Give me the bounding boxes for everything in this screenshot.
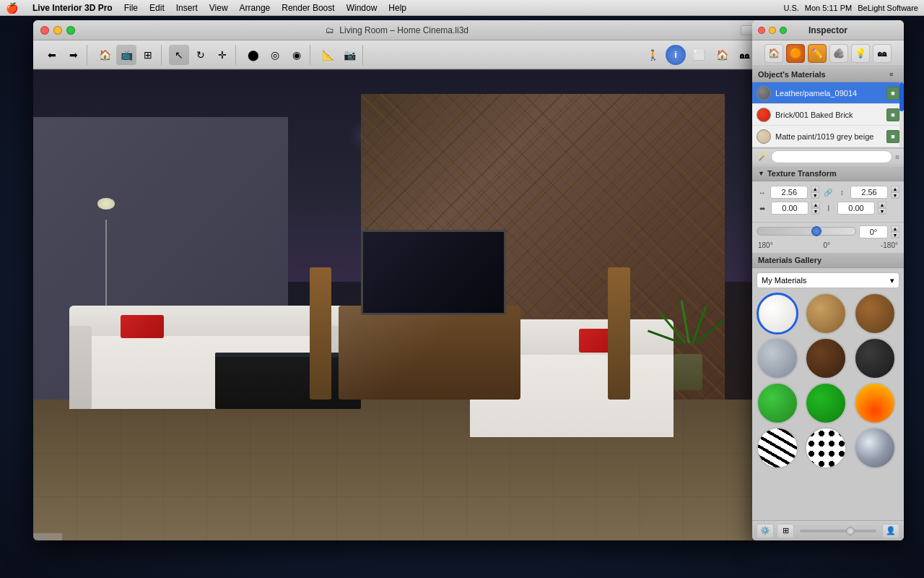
materials-search-input[interactable]: [771, 150, 892, 163]
gallery-item-3[interactable]: [757, 337, 798, 379]
gallery-item-2[interactable]: [854, 293, 896, 335]
offset-y-up[interactable]: ▲: [878, 202, 886, 208]
angle-center-label: 0°: [824, 241, 831, 249]
gallery-item-6[interactable]: [757, 382, 798, 424]
gallery-item-11[interactable]: [854, 427, 896, 469]
zoom-thumb[interactable]: [846, 527, 855, 535]
scale-h-icon: ↔: [757, 186, 767, 198]
material-icon-2: ■: [886, 130, 899, 143]
minimize-button[interactable]: [53, 26, 62, 35]
back-button[interactable]: ⬅: [42, 45, 62, 65]
grid-button[interactable]: ⊞: [777, 524, 794, 538]
offset-x-stepper[interactable]: ▲ ▼: [811, 202, 820, 215]
objects-materials-title: Object's Materials: [758, 70, 826, 79]
gallery-item-10[interactable]: [805, 427, 847, 469]
menu-render-boost[interactable]: Render Boost: [282, 3, 334, 13]
menu-file[interactable]: File: [124, 3, 138, 13]
offset-y-stepper[interactable]: ▲ ▼: [878, 202, 886, 215]
gear-button[interactable]: ⚙️: [757, 524, 774, 538]
inspector-tab-light[interactable]: 💡: [851, 44, 870, 63]
offset-x-up[interactable]: ▲: [811, 202, 820, 208]
gallery-item-9[interactable]: [757, 427, 798, 469]
angle-up[interactable]: ▲: [891, 225, 899, 232]
path-tool[interactable]: ◉: [287, 45, 307, 65]
gallery-item-1[interactable]: [805, 293, 847, 335]
scale-y-down[interactable]: ▼: [891, 192, 899, 199]
person-button[interactable]: 👤: [882, 524, 899, 538]
scale-x-up[interactable]: ▲: [811, 186, 819, 192]
point-tool[interactable]: ◎: [265, 45, 285, 65]
menu-help[interactable]: Help: [388, 3, 406, 13]
materials-scrollbar[interactable]: [899, 82, 904, 147]
inspector-tab-material[interactable]: 🪨: [829, 44, 848, 63]
offset-y-input[interactable]: 0.00: [837, 202, 875, 215]
inspector-maximize[interactable]: [780, 27, 787, 34]
move-tool[interactable]: ✛: [212, 45, 232, 65]
gallery-item-0[interactable]: [757, 293, 798, 335]
view-options-1[interactable]: ⬜: [689, 45, 709, 65]
maximize-button[interactable]: [66, 26, 75, 35]
angle-slider-track[interactable]: [757, 227, 856, 236]
gallery-item-5[interactable]: [854, 337, 896, 379]
measure-tool[interactable]: 📐: [318, 45, 338, 65]
gallery-item-7[interactable]: [805, 382, 847, 424]
inspector-bottom-toolbar: ⚙️ ⊞ 👤: [752, 520, 904, 540]
link-scale-icon[interactable]: 🔗: [822, 186, 833, 198]
texture-transform-controls: ↔ 2.56 ▲ ▼ 🔗 ↕ 2.56 ▲ ▼: [752, 181, 904, 223]
menu-app[interactable]: Live Interior 3D Pro: [32, 3, 113, 13]
inspector-minimize[interactable]: [769, 27, 776, 34]
zoom-slider[interactable]: [800, 530, 876, 532]
gallery-section-header: Materials Gallery: [752, 252, 904, 268]
offset-x-down[interactable]: ▼: [811, 208, 820, 215]
floor-plan-button[interactable]: 🏠: [95, 45, 115, 65]
room-render: [33, 70, 761, 540]
scale-x-input[interactable]: 2.56: [770, 186, 808, 199]
forward-button[interactable]: ➡: [64, 45, 84, 65]
walkthrough-button[interactable]: 🚶: [642, 45, 663, 65]
close-button[interactable]: [40, 26, 49, 35]
inspector-tab-home[interactable]: 🏠: [764, 44, 783, 63]
angle-slider-thumb[interactable]: [811, 226, 821, 236]
window-title: 🗂 Living Room – Home Cinema.li3d: [326, 25, 468, 35]
offset-y-down[interactable]: ▼: [878, 208, 886, 215]
apple-menu[interactable]: 🍎: [6, 2, 18, 14]
materials-search-bar: 🪄 ≡: [752, 148, 904, 165]
menu-view[interactable]: View: [209, 3, 228, 13]
camera-tool[interactable]: 📷: [339, 45, 359, 65]
menu-window[interactable]: Window: [346, 3, 378, 13]
angle-input[interactable]: 0°: [859, 225, 888, 238]
info-button[interactable]: i: [666, 45, 686, 65]
rotate-tool[interactable]: ↻: [191, 45, 211, 65]
scale-x-stepper[interactable]: ▲ ▼: [811, 186, 819, 199]
scale-y-up[interactable]: ▲: [891, 186, 899, 192]
menu-insert[interactable]: Insert: [176, 3, 198, 13]
inspector-tab-object[interactable]: 🟠: [786, 44, 805, 63]
menu-arrange[interactable]: Arrange: [240, 3, 271, 13]
offset-x-input[interactable]: 0.00: [771, 202, 808, 215]
gallery-item-4[interactable]: [805, 337, 847, 379]
tv-screen: [361, 230, 507, 314]
material-item-1[interactable]: Brick/001 Baked Brick ■: [752, 104, 904, 126]
speaker-right: [608, 267, 629, 399]
select-tool[interactable]: ↖: [169, 45, 189, 65]
scale-y-stepper[interactable]: ▲ ▼: [891, 186, 899, 199]
inspector-close[interactable]: [758, 27, 765, 34]
materials-menu-icon[interactable]: ≡: [889, 70, 898, 79]
material-item-0[interactable]: Leather/pamela_09014 ■: [752, 82, 904, 104]
gallery-item-8[interactable]: [854, 382, 896, 424]
scale-x-down[interactable]: ▼: [811, 192, 819, 199]
gallery-title: Materials Gallery: [758, 256, 821, 264]
inspector-tab-edit[interactable]: ✏️: [808, 44, 827, 63]
gallery-dropdown[interactable]: My Materials ▾: [757, 272, 899, 288]
angle-down[interactable]: ▼: [891, 232, 899, 238]
menu-edit[interactable]: Edit: [149, 3, 165, 13]
scale-y-input[interactable]: 2.56: [850, 186, 888, 199]
split-view-button[interactable]: ⊞: [138, 45, 158, 65]
angle-stepper[interactable]: ▲ ▼: [891, 225, 899, 238]
inspector-tab-room[interactable]: 🏘: [873, 44, 892, 63]
sphere-tool[interactable]: ⬤: [243, 45, 263, 65]
3d-view-button[interactable]: 📺: [116, 45, 136, 65]
angle-slider-container: 0° ▲ ▼ 180° 0° -180°: [752, 223, 904, 252]
material-item-2[interactable]: Matte paint/1019 grey beige ■: [752, 126, 904, 147]
view-options-2[interactable]: 🏠: [712, 45, 732, 65]
